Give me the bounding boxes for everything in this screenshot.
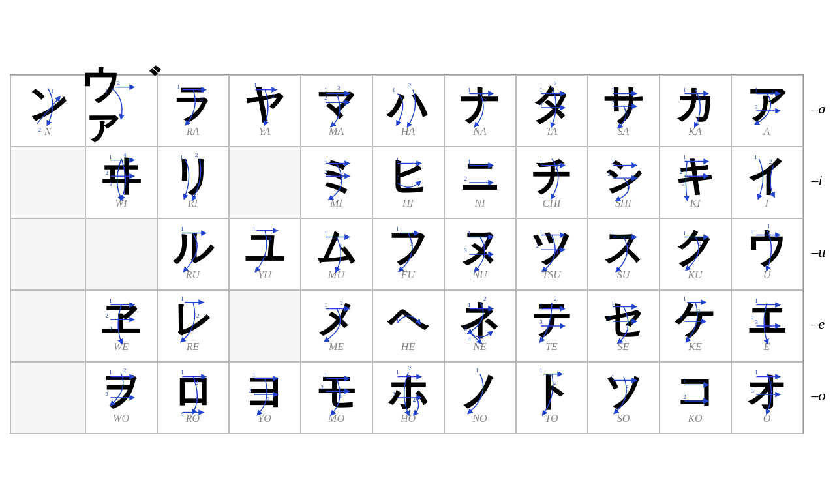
right-label-2: –u — [809, 216, 826, 288]
cell-3-2: 1 2レRE — [157, 290, 229, 362]
cell-1-8: 1 2 3シSHI — [588, 147, 660, 218]
romaji-0-2: RA — [187, 126, 200, 138]
grid-row-3: 1 2 3ヱWE 1 2レRE 1 — [10, 290, 803, 362]
kana-char-4-10: オ — [746, 371, 787, 411]
kana-char-0-2: ラ — [172, 84, 213, 125]
cell-4-2: 1 2 3ロRO — [157, 362, 229, 434]
romaji-1-10: I — [765, 198, 768, 209]
kana-char-4-9: コ — [675, 371, 716, 411]
cell-0-5: 1 2ハHA — [372, 75, 444, 147]
kana-char-1-2: リ — [172, 156, 213, 196]
cell-4-10: 1 2 3オO — [731, 362, 803, 434]
cell-2-8: 1 2スSU — [588, 218, 660, 290]
romaji-2-5: FU — [401, 269, 415, 281]
cell-3-4: 1 2メME — [301, 290, 372, 362]
romaji-1-1: WI — [115, 198, 127, 209]
cell-0-0: 1 2ンN — [10, 75, 85, 147]
kana-char-4-7: ト — [531, 371, 572, 411]
romaji-2-4: MU — [328, 269, 344, 281]
cell-3-8: 1 2 3セSE — [588, 290, 660, 362]
cell-3-0 — [10, 290, 85, 362]
kana-char-2-8: ス — [603, 228, 644, 268]
kana-char-1-7: チ — [531, 156, 572, 196]
kana-char-0-9: カ — [675, 84, 716, 125]
kana-char-0-8: サ — [603, 84, 644, 125]
kana-char-1-8: シ — [603, 156, 644, 196]
table-container: 1 2ンN 1 2ウ゛ァWA 1 2ラRA — [10, 70, 804, 434]
romaji-2-9: KU — [688, 269, 702, 281]
kana-char-1-4: ミ — [316, 156, 357, 196]
romaji-0-8: SA — [618, 126, 630, 138]
cell-4-4: 1 2 3モMO — [301, 362, 372, 434]
cell-2-5: 1 2フFU — [372, 218, 444, 290]
kana-char-0-10: ア — [746, 84, 787, 125]
romaji-4-3: YO — [258, 413, 271, 424]
kana-char-0-7: タ — [531, 84, 572, 125]
kana-char-2-6: ヌ — [459, 228, 500, 268]
romaji-0-4: MA — [329, 126, 344, 138]
kana-char-1-9: キ — [675, 156, 716, 196]
cell-0-3: 1 2ヤYA — [229, 75, 301, 147]
kana-char-2-7: ツ — [531, 228, 572, 268]
kana-char-0-3: ヤ — [244, 84, 285, 125]
kana-char-2-10: ウ — [746, 228, 787, 268]
cell-1-3 — [229, 147, 301, 218]
romaji-2-6: NU — [472, 269, 487, 281]
cell-0-4: 1 2 3マMA — [301, 75, 372, 147]
romaji-4-7: TO — [545, 413, 558, 424]
romaji-1-2: RI — [188, 198, 198, 209]
cell-2-3: 1 2ユYU — [229, 218, 301, 290]
romaji-4-9: KO — [688, 413, 702, 424]
cell-1-1: 1 2 3 4ヰWI — [85, 147, 157, 218]
romaji-0-7: TA — [546, 126, 557, 138]
cell-0-9: 1 2カKA — [660, 75, 731, 147]
kana-char-2-3: ユ — [244, 228, 285, 268]
romaji-0-10: A — [764, 126, 770, 138]
romaji-3-4: ME — [329, 341, 344, 353]
kana-char-4-2: ロ — [172, 371, 213, 411]
cell-4-1: 1 2 3ヲWO — [85, 362, 157, 434]
kana-char-3-1: ヱ — [100, 299, 142, 340]
cell-1-0 — [10, 147, 85, 218]
cell-3-5: 1ヘHE — [372, 290, 444, 362]
romaji-1-9: KI — [690, 198, 701, 209]
romaji-3-10: E — [764, 341, 770, 353]
grid-row-1: 1 2 3 4ヰWI 1 2リRI — [10, 147, 803, 218]
romaji-1-5: HI — [402, 198, 414, 209]
cell-3-3 — [229, 290, 301, 362]
kana-char-2-5: フ — [387, 228, 429, 268]
cell-3-9: 1 2 3ケKE — [660, 290, 731, 362]
grid-row-2: 1 2ルRU 1 2ユYU 1 2ムMU — [10, 218, 803, 290]
katakana-chart: 1 2ンN 1 2ウ゛ァWA 1 2ラRA — [10, 70, 826, 434]
right-label-3: –e — [809, 288, 826, 360]
kana-char-2-9: ク — [675, 228, 716, 268]
kana-char-3-8: セ — [603, 299, 644, 340]
kana-char-1-10: イ — [746, 156, 787, 196]
cell-1-7: 1 2チCHI — [516, 147, 588, 218]
romaji-3-2: RE — [187, 341, 200, 353]
svg-text:2: 2 — [38, 126, 40, 133]
kana-char-0-5: ハ — [387, 84, 429, 125]
romaji-3-5: HE — [401, 341, 415, 353]
kana-char-0-0: ン — [27, 84, 68, 125]
cell-4-8: 1 2ソSO — [588, 362, 660, 434]
cell-0-7: 1 2 3タTA — [516, 75, 588, 147]
kana-char-4-5: ホ — [387, 371, 429, 411]
cell-4-9: 1 2コKO — [660, 362, 731, 434]
cell-4-3: 1 2 3ヨYO — [229, 362, 301, 434]
cell-4-7: 1 2トTO — [516, 362, 588, 434]
kana-char-2-4: ム — [316, 228, 357, 268]
right-label-4: –o — [809, 360, 826, 432]
kana-char-3-5: ヘ — [387, 299, 429, 340]
cell-4-5: 1 2 3 4ホHO — [372, 362, 444, 434]
kana-char-3-4: メ — [316, 299, 357, 340]
cell-0-6: 1 2ナNA — [444, 75, 516, 147]
romaji-4-6: NO — [472, 413, 487, 424]
cell-1-5: 1 2ヒHI — [372, 147, 444, 218]
romaji-3-1: WE — [114, 341, 129, 353]
cell-1-6: 1 2ニNI — [444, 147, 516, 218]
right-label-0: –a — [809, 73, 826, 145]
romaji-3-6: NE — [473, 341, 486, 353]
romaji-0-3: YA — [259, 126, 271, 138]
kana-char-4-3: ヨ — [244, 371, 285, 411]
